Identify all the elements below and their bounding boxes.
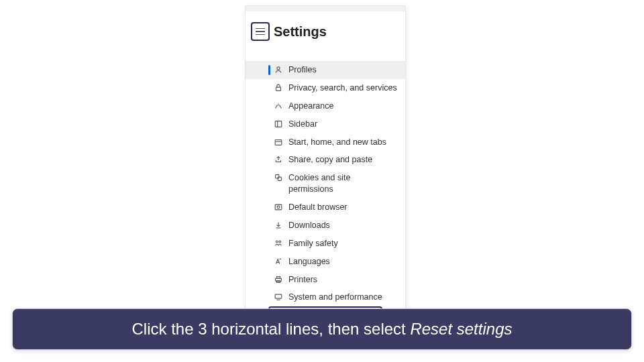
settings-panel: Settings Profiles Privacy, search, and s… bbox=[245, 5, 406, 314]
hamburger-button[interactable] bbox=[251, 22, 270, 41]
svg-rect-1 bbox=[276, 87, 281, 90]
nav-label: Privacy, search, and services bbox=[274, 82, 400, 94]
sidebar-icon bbox=[274, 119, 283, 129]
settings-nav: Profiles Privacy, search, and services A… bbox=[246, 61, 405, 347]
nav-label: Share, copy and paste bbox=[274, 154, 375, 166]
svg-point-12 bbox=[279, 241, 281, 243]
nav-item-start[interactable]: Start, home, and new tabs bbox=[246, 133, 405, 152]
nav-label: Appearance bbox=[274, 101, 336, 112]
svg-rect-6 bbox=[276, 175, 279, 178]
nav-label: Cookies and site permissions bbox=[274, 172, 400, 195]
page-title: Settings bbox=[274, 24, 327, 40]
svg-point-9 bbox=[277, 206, 280, 208]
system-icon bbox=[274, 292, 283, 302]
caption-emphasis: Reset settings bbox=[410, 320, 512, 338]
browser-icon bbox=[274, 202, 283, 212]
nav-item-downloads[interactable]: Downloads bbox=[246, 217, 405, 235]
svg-rect-16 bbox=[275, 294, 282, 298]
caption-prefix: Click the 3 horizontal lines, then selec… bbox=[132, 320, 411, 338]
nav-item-privacy[interactable]: Privacy, search, and services bbox=[246, 79, 405, 97]
svg-rect-14 bbox=[276, 276, 280, 278]
svg-rect-4 bbox=[275, 139, 282, 145]
nav-item-cookies[interactable]: Cookies and site permissions bbox=[246, 169, 405, 198]
nav-item-languages[interactable]: Languages bbox=[246, 253, 405, 271]
settings-header: Settings bbox=[251, 22, 327, 41]
nav-label: Start, home, and new tabs bbox=[274, 137, 389, 148]
family-icon bbox=[274, 239, 283, 248]
hamburger-icon bbox=[256, 28, 265, 29]
appearance-icon bbox=[274, 101, 283, 111]
nav-item-default-browser[interactable]: Default browser bbox=[246, 198, 405, 217]
cookies-icon bbox=[274, 173, 283, 182]
nav-label: Default browser bbox=[274, 202, 350, 213]
svg-point-11 bbox=[276, 241, 278, 243]
svg-rect-2 bbox=[275, 121, 282, 127]
tab-icon bbox=[274, 137, 283, 147]
nav-item-sidebar[interactable]: Sidebar bbox=[246, 115, 405, 133]
svg-rect-7 bbox=[278, 177, 281, 180]
lock-icon bbox=[274, 83, 283, 93]
panel-topbar bbox=[246, 6, 405, 11]
svg-rect-8 bbox=[275, 204, 282, 210]
nav-item-appearance[interactable]: Appearance bbox=[246, 97, 405, 115]
download-icon bbox=[274, 221, 283, 230]
nav-item-profiles[interactable]: Profiles bbox=[246, 61, 405, 79]
nav-item-family[interactable]: Family safety bbox=[246, 235, 405, 253]
nav-label: Family safety bbox=[274, 238, 341, 249]
nav-item-share[interactable]: Share, copy and paste bbox=[246, 151, 405, 169]
instruction-caption: Click the 3 horizontal lines, then selec… bbox=[12, 308, 632, 350]
printer-icon bbox=[274, 275, 283, 284]
svg-point-0 bbox=[277, 67, 280, 70]
languages-icon bbox=[274, 257, 283, 266]
share-icon bbox=[274, 155, 283, 164]
profile-icon bbox=[274, 65, 283, 74]
nav-item-system[interactable]: System and performance bbox=[246, 288, 405, 306]
nav-label: System and performance bbox=[274, 292, 385, 303]
nav-item-printers[interactable]: Printers bbox=[246, 271, 405, 289]
